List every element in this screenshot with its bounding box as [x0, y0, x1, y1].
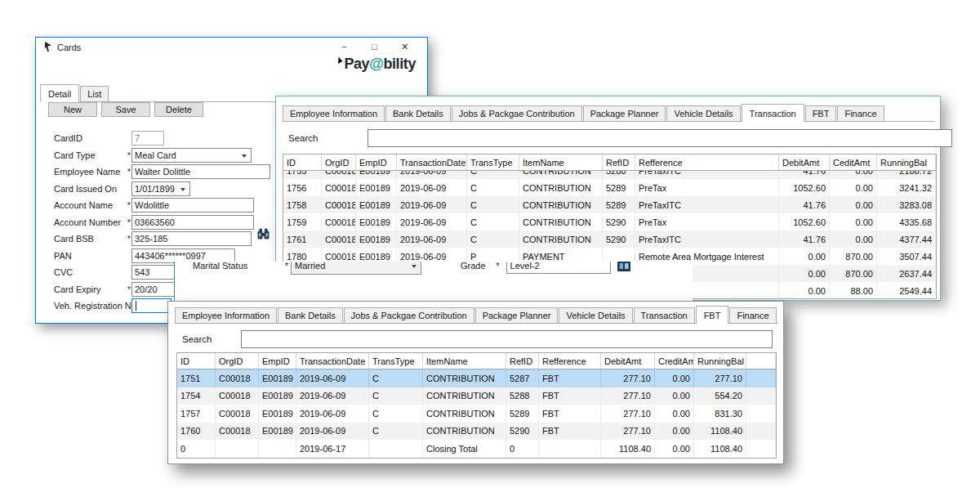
employee-name-input[interactable]: Walter Dolittle: [131, 164, 270, 179]
column-header-refference[interactable]: Refference: [539, 353, 601, 369]
column-header-id[interactable]: ID: [283, 154, 322, 170]
tab-bank-details[interactable]: Bank Details: [278, 307, 343, 323]
column-header-refid[interactable]: RefID: [506, 353, 539, 369]
table-cell: 5289: [603, 179, 635, 196]
table-cell: 1755: [283, 171, 322, 179]
table-cell: C: [467, 171, 519, 179]
table-cell: C00018: [216, 405, 259, 423]
field-label: Card Type: [54, 150, 126, 160]
marital-status-combo[interactable]: Married: [291, 262, 421, 275]
tab-vehicle-details[interactable]: Vehicle Details: [559, 307, 632, 323]
veh-registration-no-input[interactable]: [131, 298, 172, 313]
table-row[interactable]: 1761C00018E001892019-06-09CCONTRIBUTION5…: [283, 231, 936, 248]
column-header-itemname[interactable]: ItemName: [423, 353, 506, 369]
column-header-debitamt[interactable]: DebitAmt: [779, 154, 830, 170]
close-button[interactable]: ✕: [390, 42, 420, 52]
table-cell: 0.00: [830, 179, 877, 196]
column-header-transtype[interactable]: TransType: [369, 353, 423, 369]
tab-bank-details[interactable]: Bank Details: [385, 105, 451, 121]
tab-transaction[interactable]: Transaction: [742, 104, 804, 122]
table-row[interactable]: 1758C00018E001892019-06-09CCONTRIBUTION5…: [283, 196, 936, 213]
grade-label: Grade: [461, 262, 486, 271]
card-expiry-input[interactable]: 20/20: [131, 282, 175, 297]
binoculars-icon[interactable]: [256, 228, 270, 243]
column-header-transtype[interactable]: TransType: [467, 154, 519, 170]
save-button[interactable]: Save: [101, 102, 150, 117]
tab-detail[interactable]: Detail: [40, 84, 79, 102]
search-label: Search: [288, 133, 318, 143]
maximize-button[interactable]: □: [359, 42, 390, 52]
column-header-refference[interactable]: Refference: [635, 154, 779, 170]
column-header-runningbal[interactable]: RunningBal: [694, 353, 746, 369]
table-cell: 2019-06-17: [296, 440, 369, 458]
minimize-button[interactable]: −: [329, 42, 359, 52]
column-header-creditamt[interactable]: CreditAmt: [655, 353, 694, 369]
column-header-ceditamt[interactable]: CeditAmt: [830, 154, 877, 170]
cards-toolbar: New Save Delete: [48, 102, 203, 117]
desktop: Cards − □ ✕ Pay@bility DetailList New Sa…: [0, 0, 980, 488]
column-header-runningbal[interactable]: RunningBal: [877, 154, 936, 170]
table-cell: 41.76: [779, 231, 830, 248]
table-row[interactable]: 1751C00018E001892019-06-09CCONTRIBUTION5…: [177, 369, 776, 387]
column-header-itemname[interactable]: ItemName: [519, 154, 603, 170]
table-cell: CONTRIBUTION: [519, 196, 603, 213]
column-header-refid[interactable]: RefID: [603, 154, 635, 170]
form-row: Card BSB*325-185: [54, 231, 270, 248]
tab-package-planner[interactable]: Package Planner: [583, 105, 666, 121]
column-header-debitamt[interactable]: DebitAmt: [601, 353, 655, 369]
new-button[interactable]: New: [48, 102, 97, 117]
column-header-orgid[interactable]: OrgID: [322, 154, 356, 170]
table-cell: [369, 440, 423, 458]
table-cell: CONTRIBUTION: [519, 171, 603, 179]
cardid-input[interactable]: 7: [131, 131, 164, 146]
card-bsb-input[interactable]: 325-185: [131, 231, 252, 246]
table-row[interactable]: 1754C00018E001892019-06-09CCONTRIBUTION5…: [177, 387, 776, 405]
tab-employee-information[interactable]: Employee Information: [175, 307, 277, 323]
card-type-input[interactable]: Meal Card: [131, 148, 252, 163]
table-cell: 554.20: [694, 387, 746, 405]
tab-jobs-packgae-contribution[interactable]: Jobs & Packgae Contribution: [344, 307, 474, 323]
column-header-id[interactable]: ID: [177, 353, 216, 369]
table-cell: C: [369, 387, 423, 405]
cards-titlebar[interactable]: Cards − □ ✕: [36, 38, 427, 56]
required-asterisk: *: [126, 167, 131, 177]
table-cell: 1760: [177, 423, 216, 441]
tab-employee-information[interactable]: Employee Information: [283, 105, 385, 121]
column-header-transactiondate[interactable]: TransactionDate: [296, 353, 369, 369]
form-row: Account Number*03663560: [54, 214, 270, 231]
column-header-stub[interactable]: [746, 353, 776, 369]
search-input[interactable]: [241, 330, 773, 348]
fbt-table: IDOrgIDEmpIDTransactionDateTransTypeItem…: [176, 352, 777, 459]
table-row[interactable]: 1757C00018E001892019-06-09CCONTRIBUTION5…: [177, 405, 776, 423]
table-cell: E00189: [259, 387, 296, 405]
tab-finance[interactable]: Finance: [729, 307, 776, 323]
column-header-empid[interactable]: EmpID: [259, 353, 296, 369]
table-row[interactable]: 1756C00018E001892019-06-09CCONTRIBUTION5…: [283, 179, 936, 196]
table-body: 1751C00018E001892019-06-09CCONTRIBUTION5…: [177, 369, 776, 458]
tab-list[interactable]: List: [80, 86, 109, 101]
card-issued-on-input[interactable]: 1/01/1899: [131, 181, 190, 196]
tab-jobs-packgae-contribution[interactable]: Jobs & Packgae Contribution: [452, 105, 582, 121]
column-header-empid[interactable]: EmpID: [356, 154, 397, 170]
column-header-transactiondate[interactable]: TransactionDate: [397, 154, 467, 170]
tab-package-planner[interactable]: Package Planner: [475, 307, 559, 323]
marital-status-label: Marital Status: [193, 262, 283, 271]
tab-transaction[interactable]: Transaction: [634, 307, 695, 323]
column-header-orgid[interactable]: OrgID: [216, 353, 259, 369]
account-number-input[interactable]: 03663560: [131, 215, 254, 230]
table-cell: 0.00: [830, 171, 877, 179]
delete-button[interactable]: Delete: [154, 102, 203, 117]
table-row[interactable]: 1760C00018E001892019-06-09CCONTRIBUTION5…: [177, 423, 776, 441]
tab-vehicle-details[interactable]: Vehicle Details: [666, 105, 740, 121]
tab-finance[interactable]: Finance: [837, 105, 884, 121]
grade-input[interactable]: Level-2: [506, 262, 611, 274]
lookup-grid-icon[interactable]: [617, 262, 630, 271]
tab-fbt[interactable]: FBT: [696, 306, 729, 324]
table-cell: E00189: [259, 423, 296, 441]
table-row[interactable]: 02019-06-17Closing Total01108.400.001108…: [177, 440, 776, 458]
account-name-input[interactable]: Wdolittle: [131, 198, 254, 213]
table-row[interactable]: 1755C00018E001892019-06-09CCONTRIBUTION5…: [283, 171, 936, 179]
search-input[interactable]: [368, 129, 952, 147]
table-row[interactable]: 1759C00018E001892019-06-09CCONTRIBUTION5…: [283, 213, 936, 231]
tab-fbt[interactable]: FBT: [805, 105, 837, 121]
